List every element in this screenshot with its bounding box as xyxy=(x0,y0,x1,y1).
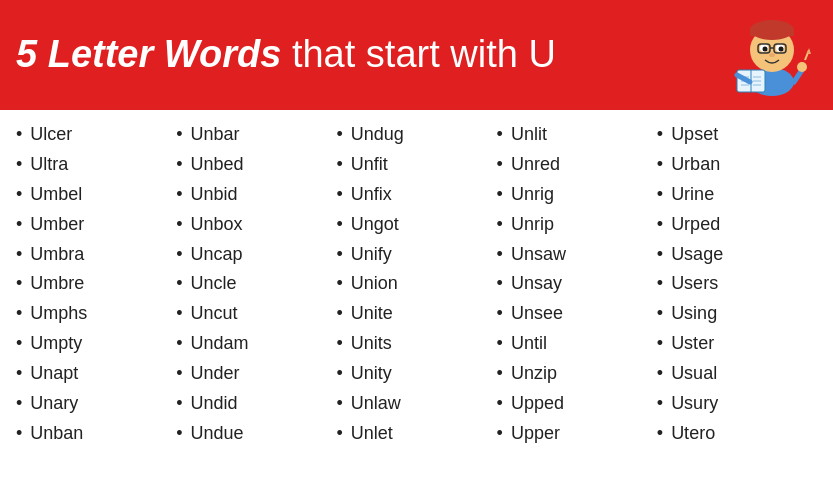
bullet-icon: • xyxy=(176,270,182,298)
bullet-icon: • xyxy=(497,270,503,298)
bullet-icon: • xyxy=(176,151,182,179)
word-label: Unbed xyxy=(191,151,244,179)
list-item: •Unify xyxy=(336,240,496,270)
word-label: Union xyxy=(351,270,398,298)
word-label: Until xyxy=(511,330,547,358)
bullet-icon: • xyxy=(336,420,342,448)
list-item: •Unfix xyxy=(336,180,496,210)
list-item: •Using xyxy=(657,299,817,329)
header-title: 5 Letter Words that start with U xyxy=(16,34,556,76)
list-item: •Unzip xyxy=(497,359,657,389)
word-label: Undue xyxy=(191,420,244,448)
word-label: Unlet xyxy=(351,420,393,448)
word-label: Uster xyxy=(671,330,714,358)
bullet-icon: • xyxy=(497,181,503,209)
word-label: Urped xyxy=(671,211,720,239)
list-item: •Usury xyxy=(657,389,817,419)
bullet-icon: • xyxy=(657,390,663,418)
list-item: •Undug xyxy=(336,120,496,150)
list-item: •Under xyxy=(176,359,336,389)
word-label: Umphs xyxy=(30,300,87,328)
character-svg xyxy=(727,10,817,100)
bullet-icon: • xyxy=(16,330,22,358)
list-item: •Until xyxy=(497,329,657,359)
word-label: Undam xyxy=(191,330,249,358)
word-label: Uncle xyxy=(191,270,237,298)
bullet-icon: • xyxy=(176,300,182,328)
word-label: Undug xyxy=(351,121,404,149)
word-label: Unary xyxy=(30,390,78,418)
bullet-icon: • xyxy=(497,390,503,418)
bullet-icon: • xyxy=(16,300,22,328)
list-item: •Uncut xyxy=(176,299,336,329)
list-item: •Unlaw xyxy=(336,389,496,419)
list-item: •Urped xyxy=(657,210,817,240)
list-item: •Ungot xyxy=(336,210,496,240)
bullet-icon: • xyxy=(16,181,22,209)
bullet-icon: • xyxy=(176,181,182,209)
bullet-icon: • xyxy=(657,360,663,388)
bullet-icon: • xyxy=(497,121,503,149)
word-label: Unapt xyxy=(30,360,78,388)
bullet-icon: • xyxy=(497,360,503,388)
word-label: Unrip xyxy=(511,211,554,239)
bullet-icon: • xyxy=(497,420,503,448)
word-label: Usury xyxy=(671,390,718,418)
word-label: Ulcer xyxy=(30,121,72,149)
list-item: •Unbid xyxy=(176,180,336,210)
list-item: •Umpty xyxy=(16,329,176,359)
list-item: •Unbox xyxy=(176,210,336,240)
list-item: •Union xyxy=(336,269,496,299)
list-item: •Unsay xyxy=(497,269,657,299)
bullet-icon: • xyxy=(497,151,503,179)
list-item: •Unlet xyxy=(336,419,496,449)
bullet-icon: • xyxy=(336,241,342,269)
list-item: •Unary xyxy=(16,389,176,419)
bullet-icon: • xyxy=(16,211,22,239)
bullet-icon: • xyxy=(497,241,503,269)
list-item: •Uster xyxy=(657,329,817,359)
bullet-icon: • xyxy=(16,270,22,298)
character-illustration xyxy=(727,10,817,100)
list-item: •Unbed xyxy=(176,150,336,180)
word-label: Umpty xyxy=(30,330,82,358)
bullet-icon: • xyxy=(336,360,342,388)
bullet-icon: • xyxy=(176,330,182,358)
svg-point-22 xyxy=(797,62,807,72)
list-item: •Upper xyxy=(497,419,657,449)
list-item: •Urban xyxy=(657,150,817,180)
word-label: Umbra xyxy=(30,241,84,269)
word-label: Ungot xyxy=(351,211,399,239)
list-item: •Usual xyxy=(657,359,817,389)
list-item: •Unrig xyxy=(497,180,657,210)
list-item: •Ulcer xyxy=(16,120,176,150)
page-wrapper: 5 Letter Words that start with U xyxy=(0,0,833,457)
word-label: Unlaw xyxy=(351,390,401,418)
svg-rect-3 xyxy=(750,28,794,36)
word-label: Unzip xyxy=(511,360,557,388)
column-2: •Unbar•Unbed•Unbid•Unbox•Uncap•Uncle•Unc… xyxy=(176,120,336,449)
word-label: Upped xyxy=(511,390,564,418)
bullet-icon: • xyxy=(657,300,663,328)
bullet-icon: • xyxy=(657,211,663,239)
list-item: •Users xyxy=(657,269,817,299)
bullet-icon: • xyxy=(336,300,342,328)
column-5: •Upset•Urban•Urine•Urped•Usage•Users•Usi… xyxy=(657,120,817,449)
bullet-icon: • xyxy=(176,121,182,149)
bullet-icon: • xyxy=(336,330,342,358)
list-item: •Umbre xyxy=(16,269,176,299)
svg-point-7 xyxy=(779,47,784,52)
word-label: Unify xyxy=(351,241,392,269)
word-label: Utero xyxy=(671,420,715,448)
bullet-icon: • xyxy=(336,121,342,149)
list-item: •Undue xyxy=(176,419,336,449)
word-label: Unlit xyxy=(511,121,547,149)
list-item: •Unrip xyxy=(497,210,657,240)
bullet-icon: • xyxy=(16,420,22,448)
list-item: •Usage xyxy=(657,240,817,270)
list-item: •Unsee xyxy=(497,299,657,329)
list-item: •Unfit xyxy=(336,150,496,180)
column-4: •Unlit•Unred•Unrig•Unrip•Unsaw•Unsay•Uns… xyxy=(497,120,657,449)
title-bold: 5 Letter Words xyxy=(16,33,281,75)
list-item: •Unban xyxy=(16,419,176,449)
